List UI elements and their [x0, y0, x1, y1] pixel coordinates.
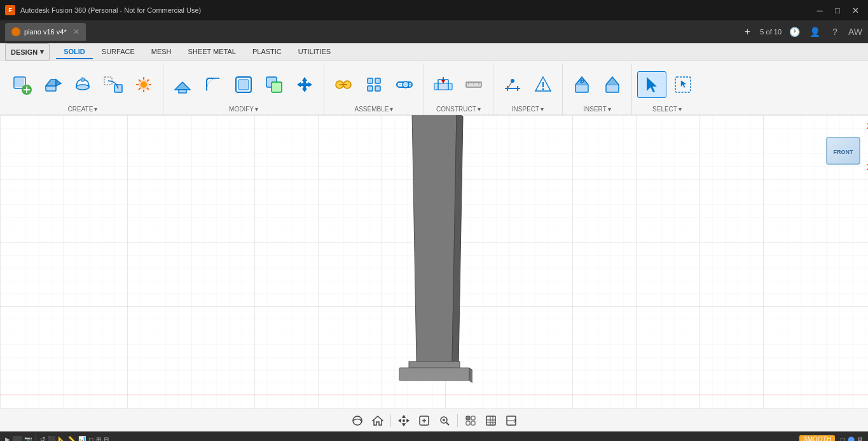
title-bar: F Autodesk Fusion 360 (Personal - Not fo…: [0, 0, 868, 20]
status-icon-3[interactable]: 📷: [24, 436, 32, 442]
sweep-button[interactable]: [99, 72, 127, 97]
status-separator-1: [36, 435, 36, 441]
modify-group-label[interactable]: MODIFY ▾: [229, 106, 258, 115]
shell-button[interactable]: [230, 72, 258, 97]
status-icon-6[interactable]: 📐: [58, 436, 65, 442]
construct-group-label[interactable]: CONSTRUCT ▾: [436, 106, 481, 115]
ribbon-group-modify: MODIFY ▾: [163, 64, 324, 115]
ribbon-content: CREATE ▾: [0, 61, 868, 115]
status-icon-right-1[interactable]: ◻: [840, 436, 845, 442]
svg-point-83: [403, 419, 405, 422]
drive-joints-icon: [394, 74, 415, 95]
select-button[interactable]: [637, 71, 666, 98]
revolve-button[interactable]: [69, 72, 97, 97]
create-group-label[interactable]: CREATE ▾: [68, 106, 98, 115]
fillet-button[interactable]: [199, 72, 227, 97]
toolbar-separator-2: [457, 414, 458, 427]
pan-button[interactable]: [395, 413, 413, 428]
svg-rect-5: [46, 86, 56, 91]
tab-plastic[interactable]: PLASTIC: [245, 45, 289, 59]
svg-rect-25: [238, 80, 249, 90]
status-icon-11[interactable]: ⊟: [104, 436, 109, 442]
status-icon-9[interactable]: ◻: [88, 436, 93, 442]
tab-utilities[interactable]: UTILITIES: [291, 45, 338, 59]
select-more-button[interactable]: [669, 72, 697, 97]
status-icon-8[interactable]: 📊: [78, 436, 86, 442]
svg-rect-93: [466, 421, 470, 425]
design-dropdown-button[interactable]: DESIGN ▾: [5, 43, 50, 61]
active-tab[interactable]: piano v16 v4* ✕: [5, 23, 86, 41]
extrude-icon: [42, 74, 62, 95]
svg-rect-38: [434, 83, 452, 90]
drive-joints-button[interactable]: [390, 72, 418, 97]
create-chevron-icon: ▾: [94, 106, 97, 113]
clock-icon-button[interactable]: 🕐: [787, 24, 802, 39]
insert-more-icon: [602, 74, 623, 95]
maximize-button[interactable]: □: [830, 3, 845, 18]
status-icon-right-3[interactable]: ⚙: [857, 436, 863, 442]
svg-marker-65: [681, 81, 687, 88]
account-icon-button[interactable]: AW: [848, 24, 863, 39]
tab-sheet-metal[interactable]: SHEET METAL: [181, 45, 244, 59]
construct-more-button[interactable]: [460, 72, 488, 97]
inspect-group-label[interactable]: INSPECT ▾: [512, 106, 544, 115]
insert-more-button[interactable]: [598, 72, 626, 97]
assemble-more-button[interactable]: [360, 72, 388, 97]
zoom-fit-button[interactable]: [415, 413, 433, 428]
offset-plane-button[interactable]: [429, 72, 457, 97]
smooth-status-badge[interactable]: SMOOTH: [799, 435, 835, 442]
status-icon-4[interactable]: ↺: [40, 436, 45, 442]
zoom-button[interactable]: [436, 413, 453, 428]
sweep-icon: [103, 74, 123, 95]
status-icon-7[interactable]: 📏: [68, 436, 76, 442]
insert-group-label[interactable]: INSERT ▾: [583, 106, 611, 115]
ribbon-group-select: SELECT ▾: [632, 64, 702, 115]
tab-close-button[interactable]: ✕: [73, 27, 79, 36]
design-chevron-icon: ▾: [40, 48, 44, 56]
insert-mesh-button[interactable]: [568, 72, 596, 97]
add-tab-button[interactable]: +: [740, 24, 755, 39]
help-icon-button[interactable]: ?: [827, 24, 843, 39]
new-component-button[interactable]: [8, 72, 36, 97]
joint-button[interactable]: [329, 72, 357, 97]
select-more-icon: [673, 74, 693, 95]
app-title: Autodesk Fusion 360 (Personal - Not for …: [20, 6, 201, 14]
svg-rect-95: [486, 416, 495, 425]
tab-surface[interactable]: SURFACE: [94, 45, 142, 59]
assemble-group-label[interactable]: ASSEMBLE ▾: [355, 106, 394, 115]
user-icon-button[interactable]: 👤: [807, 24, 822, 39]
viewport[interactable]: Z X FRONT: [0, 115, 868, 409]
status-icon-1[interactable]: ▶: [5, 436, 10, 442]
measure-button[interactable]: [499, 72, 527, 97]
status-icon-2[interactable]: [13, 436, 22, 441]
push-pull-button[interactable]: [169, 72, 196, 97]
inspect-more-button[interactable]: [529, 72, 557, 97]
minimize-button[interactable]: ─: [812, 3, 827, 18]
construct-group-items: [429, 64, 488, 106]
svg-marker-63: [647, 77, 657, 92]
tab-mesh[interactable]: MESH: [144, 45, 179, 59]
home-button[interactable]: [369, 413, 387, 428]
create-more-button[interactable]: [130, 72, 158, 97]
inspect-more-icon: [533, 74, 553, 95]
status-icon-10[interactable]: ⊞: [96, 436, 101, 442]
select-group-label[interactable]: SELECT ▾: [652, 106, 682, 115]
title-bar-left: F Autodesk Fusion 360 (Personal - Not fo…: [5, 5, 201, 15]
move-copy-button[interactable]: [291, 72, 319, 97]
create-more-icon: [134, 74, 154, 95]
extrude-button[interactable]: [38, 72, 66, 97]
close-button[interactable]: ✕: [848, 3, 863, 18]
view-cube[interactable]: Z X FRONT: [817, 122, 862, 166]
more-display-button[interactable]: [502, 413, 520, 428]
status-icon-right-2[interactable]: ⬤: [848, 436, 855, 442]
status-icon-5[interactable]: ⬛: [48, 436, 55, 442]
display-mode-button[interactable]: [462, 413, 479, 428]
orbit-button[interactable]: [348, 413, 366, 428]
tab-sheet-metal-label: SHEET METAL: [188, 48, 236, 55]
move-copy-icon: [294, 74, 315, 95]
grid-toggle-button[interactable]: [482, 413, 500, 428]
tab-label: piano v16 v4*: [24, 28, 67, 36]
tab-solid[interactable]: SOLID: [56, 45, 93, 59]
ribbon-group-create: CREATE ▾: [3, 64, 163, 115]
combine-button[interactable]: [260, 72, 288, 97]
